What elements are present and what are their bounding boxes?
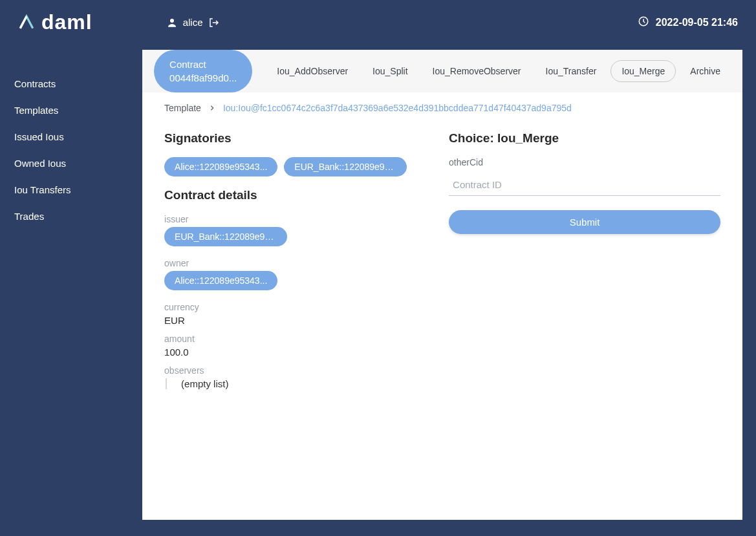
field-label-owner: owner (164, 258, 410, 268)
user-name: alice (183, 17, 203, 28)
field-label-observers: observers (164, 365, 410, 376)
field-value-amount: 100.0 (164, 347, 410, 358)
field-label-issuer: issuer (164, 214, 410, 224)
sidebar: Contracts Templates Issued Ious Owned Io… (0, 50, 142, 536)
clock: 2022-09-05 21:46 (638, 16, 738, 30)
topbar: daml alice (0, 0, 756, 50)
sidebar-item-owned-ious[interactable]: Owned Ious (0, 150, 142, 177)
tab-bar: Contract 0044f8af99d0... Iou_AddObserver… (142, 50, 742, 92)
svg-point-0 (170, 19, 174, 23)
clock-time: 2022-09-05 21:46 (656, 17, 738, 28)
tab-iou-removeobserver[interactable]: Iou_RemoveObserver (422, 61, 532, 81)
sidebar-item-contracts[interactable]: Contracts (0, 70, 142, 97)
sidebar-item-issued-ious[interactable]: Issued Ious (0, 123, 142, 150)
sidebar-item-iou-transfers[interactable]: Iou Transfers (0, 177, 142, 203)
tab-contract-primary[interactable]: Contract 0044f8af99d0... (154, 50, 252, 92)
owner-chip[interactable]: Alice::122089e95343... (164, 271, 277, 290)
tab-iou-split[interactable]: Iou_Split (362, 61, 418, 81)
signatories-title: Signatories (164, 131, 410, 145)
observers-empty: (empty list) (166, 378, 410, 389)
tab-primary-line1: Contract (169, 58, 237, 71)
submit-button[interactable]: Submit (449, 210, 720, 234)
breadcrumb-template-link[interactable]: Iou:Iou@fc1cc0674c2c6a3f7da437369a6e532e… (223, 103, 572, 113)
tab-iou-merge[interactable]: Iou_Merge (610, 60, 676, 82)
tab-archive[interactable]: Archive (680, 61, 731, 81)
main-panel: Contract 0044f8af99d0... Iou_AddObserver… (142, 50, 742, 520)
tab-iou-addobserver[interactable]: Iou_AddObserver (266, 61, 358, 81)
signatory-chip-0[interactable]: Alice::122089e95343... (164, 157, 277, 177)
content: Signatories Alice::122089e95343... EUR_B… (142, 120, 742, 520)
field-label-currency: currency (164, 302, 410, 312)
col-left: Signatories Alice::122089e95343... EUR_B… (164, 131, 410, 508)
tab-iou-transfer[interactable]: Iou_Transfer (535, 61, 607, 81)
signatories-chips: Alice::122089e95343... EUR_Bank::122089e… (164, 157, 410, 177)
field-value-currency: EUR (164, 315, 410, 326)
issuer-chip[interactable]: EUR_Bank::122089e95343... (164, 227, 287, 246)
tab-primary-line2: 0044f8af99d0... (169, 71, 237, 85)
logo-mark-icon (18, 14, 35, 31)
othercid-input[interactable] (449, 174, 720, 196)
choice-title: Choice: Iou_Merge (449, 131, 720, 145)
brand-logo: daml (18, 10, 92, 34)
brand-name: daml (41, 10, 92, 34)
logout-icon[interactable] (208, 17, 220, 28)
signatory-chip-1[interactable]: EUR_Bank::122089e95343... (284, 157, 407, 177)
clock-icon (638, 16, 649, 30)
chevron-right-icon (209, 103, 215, 113)
sidebar-item-trades[interactable]: Trades (0, 203, 142, 230)
user-icon (166, 17, 178, 28)
contract-details-title: Contract details (164, 188, 410, 202)
col-right: Choice: Iou_Merge otherCid Submit (449, 131, 720, 508)
breadcrumb: Template Iou:Iou@fc1cc0674c2c6a3f7da4373… (142, 92, 742, 120)
breadcrumb-root: Template (164, 103, 201, 113)
sidebar-item-templates[interactable]: Templates (0, 97, 142, 123)
field-label-othercid: otherCid (449, 157, 720, 167)
field-label-amount: amount (164, 334, 410, 344)
user-section: alice (166, 17, 220, 28)
